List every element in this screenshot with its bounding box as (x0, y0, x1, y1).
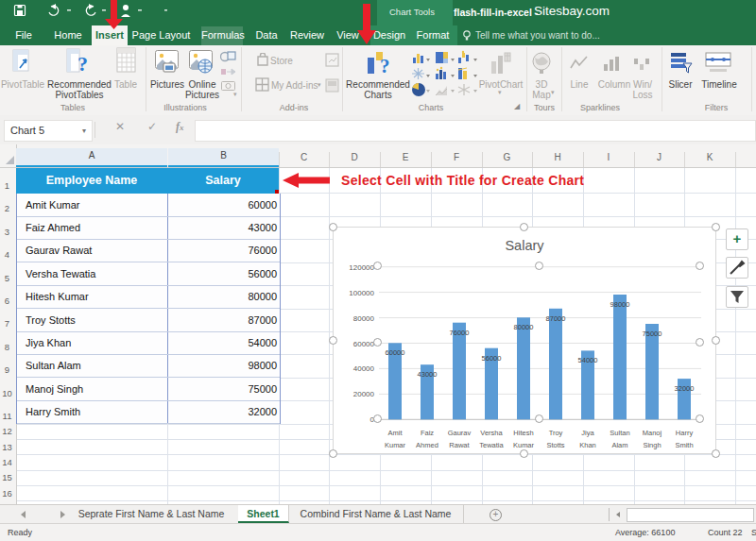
svg-text:Hitesh: Hitesh (513, 429, 533, 437)
svg-text:98000: 98000 (610, 300, 630, 309)
svg-text:120000: 120000 (349, 263, 374, 272)
svg-text:60000: 60000 (386, 348, 405, 357)
svg-text:Alam: Alam (611, 441, 627, 449)
svg-text:75000: 75000 (643, 330, 662, 338)
svg-text:Kumar: Kumar (385, 441, 406, 449)
svg-text:Sultan: Sultan (610, 429, 629, 437)
svg-text:Manoj: Manoj (643, 429, 662, 437)
svg-text:76000: 76000 (450, 329, 470, 337)
svg-text:Stotts: Stotts (546, 441, 564, 449)
svg-text:40000: 40000 (353, 364, 375, 373)
svg-text:54000: 54000 (578, 356, 598, 364)
svg-text:100000: 100000 (349, 289, 374, 297)
svg-text:Smith: Smith (675, 441, 693, 449)
svg-text:32000: 32000 (675, 384, 695, 393)
svg-text:Jiya: Jiya (581, 429, 594, 437)
svg-text:87000: 87000 (546, 314, 566, 323)
svg-text:?: ? (77, 52, 88, 76)
svg-text:Gaurav: Gaurav (448, 429, 472, 437)
svg-text:Khan: Khan (579, 441, 596, 449)
svg-text:Tewatia: Tewatia (479, 441, 504, 449)
svg-text:Singh: Singh (643, 441, 661, 449)
svg-text:43000: 43000 (418, 370, 438, 379)
svg-text:60000: 60000 (353, 340, 375, 348)
svg-text:80000: 80000 (514, 323, 534, 331)
svg-text:56000: 56000 (482, 354, 502, 363)
svg-text:Rawat: Rawat (449, 441, 470, 449)
svg-text:Salary: Salary (505, 238, 544, 253)
svg-text:Troy: Troy (549, 429, 563, 437)
svg-text:20000: 20000 (353, 390, 375, 398)
svg-text:Faiz: Faiz (421, 429, 434, 437)
svg-text:Amit: Amit (388, 429, 404, 437)
svg-text:Ahmed: Ahmed (416, 441, 438, 449)
svg-text:Versha: Versha (480, 429, 503, 437)
svg-text:?: ? (380, 55, 390, 76)
svg-text:80000: 80000 (353, 314, 375, 323)
svg-text:Kumar: Kumar (513, 441, 535, 449)
svg-text:Harry: Harry (676, 429, 694, 437)
